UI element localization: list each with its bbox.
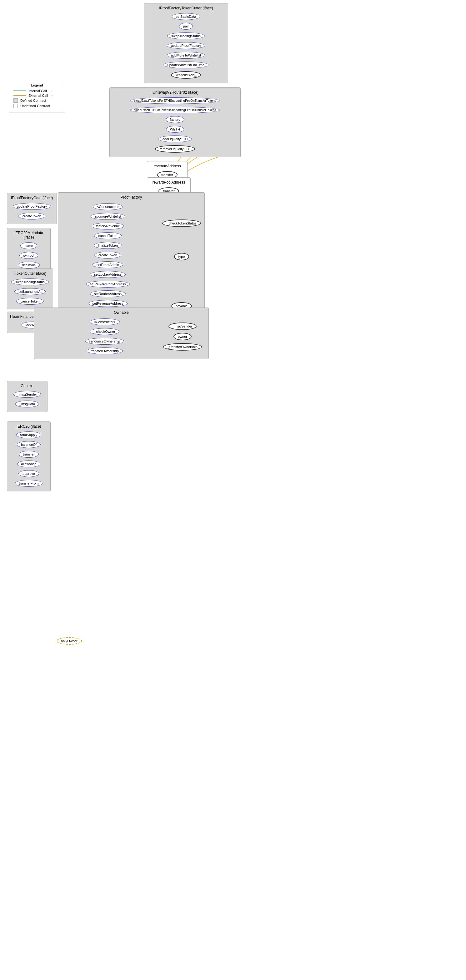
proof-factory-title: ProofFactory: [61, 195, 202, 199]
legend-internal-call: Internal Call →: [13, 89, 60, 93]
ierc20-title: IERC20 (iface): [10, 424, 48, 429]
ierc20-box: IERC20 (iface) totalSupply balanceOf tra…: [7, 422, 51, 492]
node-name: name: [20, 242, 37, 249]
node-checktokenstatus: _checkTokenStatus: [162, 220, 201, 227]
node-whitelistadd: WhitelistAdd_: [171, 71, 201, 79]
iuniswap-v2-router02-title: IUniswapV2Router02 (iface): [112, 90, 238, 95]
node-weth: WETH: [166, 126, 184, 133]
proof-factory-box: ProofFactory <Constructor> addmoreWhitel…: [58, 192, 205, 321]
legend-undefined-contract: Undefined Contract: [13, 103, 60, 108]
node-canceltoken-tc: cancelToken: [16, 298, 43, 305]
iproof-factory-gate-title: IProofFactoryGate (iface): [10, 196, 54, 200]
node-addmoretowhitelist: addMoreToWhitelist: [167, 52, 205, 59]
node-type: type: [174, 253, 189, 260]
node-symbol: symbol: [19, 252, 38, 259]
node-msgdata-ctx: _msgData: [15, 401, 39, 407]
node-renounceownership: renounceOwnership: [85, 338, 124, 345]
revenue-address-title: revenueAddress: [150, 164, 185, 168]
gray-square-icon: [13, 99, 18, 103]
node-setrouteraddress: setRouterAddress: [90, 290, 126, 297]
context-title: Context: [10, 384, 45, 388]
reward-pool-address-title: rewardPoolAddress: [150, 180, 188, 185]
node-setrevenueaddress: setRevenueAddress: [88, 300, 127, 307]
orange-line-icon: [13, 95, 26, 96]
node-factoryrevenue: factoryRevenue: [92, 223, 124, 229]
legend-external-label: External Call: [29, 94, 48, 97]
itoken-cutter-title: ITokenCutter (iface): [10, 271, 50, 276]
node-removeliquidityeth: removeLiquidityETH: [155, 145, 195, 153]
iproof-factory-token-cutter-box: IProofFactoryTokenCutter (iface) setBasi…: [144, 3, 228, 83]
node-addliquidityeth: addLiquidityETH: [158, 135, 192, 142]
node-onlyowner: onlyOwner: [57, 637, 82, 645]
iuniswap-v2-router02-box: IUniswapV2Router02 (iface) swapExactToke…: [109, 88, 241, 158]
ierc20-metadata-box: IERC20Metadata (iface) name symbol decim…: [7, 228, 51, 273]
node-allowance: allowance: [17, 460, 41, 468]
green-arrow-icon: →: [49, 89, 53, 93]
iproof-factory-gate-box: IProofFactoryGate (iface) updateProofFac…: [7, 193, 57, 224]
node-swapexacttokens: swapExactTokensForETHSupportingFeeOnTran…: [130, 97, 220, 104]
white-square-icon: [13, 103, 18, 108]
node-transferownership-ownable: transferOwnership: [86, 347, 123, 354]
orange-arrow-icon: →: [50, 94, 54, 97]
itoken-cutter-box: ITokenCutter (iface) swapTradingStatus s…: [7, 269, 53, 309]
ownable-title: Ownable: [37, 310, 206, 315]
node-finalizetoken: finalizeToken: [94, 242, 122, 249]
node-setproofadmin: setProofAdmin: [93, 261, 123, 268]
legend-box: Legend Internal Call → External Call → D…: [9, 80, 65, 112]
node-createtoken-gate: createToken: [18, 213, 45, 220]
node-setlaunchedat: setLaunchedAt: [14, 288, 45, 295]
node-swaptradingstatus-tc: swapTradingStatus: [11, 278, 49, 285]
node-msgsender-ownable: _msgSender: [168, 323, 196, 330]
node-decimals: decimals: [18, 262, 39, 269]
ierc20-metadata-title: IERC20Metadata (iface): [10, 231, 48, 239]
node-owner: owner: [174, 333, 192, 340]
green-line-icon: [13, 91, 26, 91]
node-canceltoken-pf: cancelToken: [94, 232, 121, 239]
node-createtoken-pf: createToken: [94, 251, 121, 258]
node-constructor-ownable: <Constructor>: [90, 318, 120, 325]
node-msgsender-ctx: _msgSender: [13, 391, 41, 398]
node-transferownership-fn: _transferOwnership: [163, 343, 202, 351]
legend-internal-label: Internal Call: [29, 89, 47, 93]
context-box: Context _msgSender _msgData: [7, 381, 48, 412]
legend-title: Legend: [13, 83, 60, 87]
node-updatewhitelistendtime: updateWhitelistEndTime: [163, 62, 209, 68]
node-swaptradingstatus-1: swapTradingStatus: [167, 32, 205, 39]
node-addmorewhitelist-pf: addmoreWhitelist: [91, 213, 125, 220]
node-approve: approve: [18, 470, 39, 477]
node-factory: factory: [166, 116, 184, 123]
node-checkowner: _checkOwner: [90, 328, 119, 335]
node-constructor-pf: <Constructor>: [93, 203, 123, 210]
node-transferfrom: transferFrom: [15, 480, 43, 487]
node-setbasicdata: setBasicData: [172, 13, 200, 20]
node-balanceof: balanceOf: [17, 441, 41, 448]
node-swapexacteth: swapExactETHForTokensSupportingFeeOnTran…: [130, 107, 220, 113]
ownable-box: Ownable onlyOwner <Constructor> _checkOw…: [34, 307, 209, 359]
iproof-factory-token-cutter-title: IProofFactoryTokenCutter (iface): [147, 6, 225, 10]
node-totalsupply: totalSupply: [16, 431, 41, 438]
legend-defined-label: Defined Contract: [20, 99, 46, 102]
node-setlockeraddress: setLockerAddress: [90, 271, 126, 278]
node-transfer-ierc20: transfer: [19, 451, 38, 458]
legend-defined-contract: Defined Contract: [13, 99, 60, 103]
legend-undefined-label: Undefined Contract: [20, 104, 50, 108]
node-updateproof-factory-gate: updateProofFactory: [13, 203, 51, 210]
node-setrewardpooladdress: setRewardPoolAddress: [86, 281, 130, 288]
node-pair: pair: [179, 23, 193, 30]
node-updateproof-factory-1: updateProofFactory: [167, 42, 205, 49]
legend-external-call: External Call →: [13, 94, 60, 97]
